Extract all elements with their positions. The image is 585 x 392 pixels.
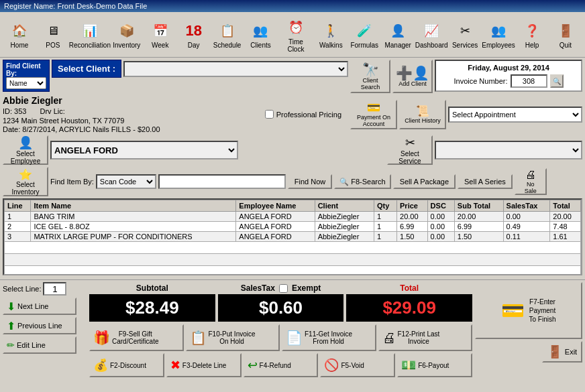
toolbar-inventory[interactable]: 📦 Inventory — [110, 14, 144, 56]
toolbar-manager[interactable]: 👤 Manager — [381, 14, 415, 56]
select-appointment-dropdown[interactable]: Select Appointment — [448, 107, 582, 123]
subtotal-label: Subtotal — [89, 282, 215, 294]
toolbar-walkins-label: Walkins — [319, 42, 343, 49]
toolbar-dashboard-label: Dashboard — [415, 42, 448, 49]
exempt-checkbox[interactable] — [279, 284, 288, 293]
f8-search-button[interactable]: 🔍 F8-Search — [334, 174, 390, 189]
scissors-icon: ✂ — [405, 135, 415, 150]
f11-button[interactable]: 📄 F11-Get InvoiceFrom Hold — [282, 324, 376, 351]
scan-code-input[interactable] — [158, 174, 286, 189]
client-search-button[interactable]: 🔭 ClientSearch — [350, 60, 390, 93]
table-row[interactable]: 2 ICE GEL - 8.8OZ ANGELA FORD AbbieZiegl… — [5, 222, 581, 232]
history-label: Client History — [405, 117, 441, 124]
select-service-label: SelectService — [398, 150, 421, 165]
toolbar-schedule[interactable]: 📋 Schedule — [211, 14, 244, 56]
toolbar-employees-label: Employees — [482, 42, 515, 49]
find-now-button[interactable]: Find Now — [288, 174, 332, 189]
salestax-label: SalesTax — [241, 283, 275, 293]
client-select-dropdown[interactable] — [123, 61, 348, 77]
toolbar-home-label: Home — [11, 42, 29, 49]
invoice-number-input[interactable] — [511, 74, 547, 88]
toolbar-quit[interactable]: 🚪 Quit — [549, 14, 582, 56]
employee-dropdown[interactable]: ANGELA FORD — [50, 141, 238, 159]
service-dropdown[interactable] — [435, 141, 582, 159]
f6-button[interactable]: 💵 F6-Payout — [397, 353, 472, 377]
nav-buttons: ⬇ Next Line ⬆ Previous Line ✏ Edit Line — [3, 298, 87, 354]
client-info-left: Abbie Ziegler ID: 353 Drv Lic: 1234 Main… — [3, 95, 263, 133]
sell-series-button[interactable]: Sell A Series — [458, 174, 513, 189]
pos-icon: 🖥 — [42, 20, 64, 42]
total-label: Total — [346, 282, 472, 294]
bottom-left: Select Line: ⬇ Next Line ⬆ Previous Line… — [3, 282, 87, 354]
exempt-label: Exempt — [292, 283, 321, 293]
f5-button[interactable]: 🚫 F5-Void — [320, 353, 395, 377]
table-body: 1 BANG TRIM ANGELA FORD AbbieZiegler 1 2… — [5, 212, 581, 276]
previous-line-button[interactable]: ⬆ Previous Line — [3, 317, 76, 334]
toolbar-clients[interactable]: 👥 Clients — [244, 14, 278, 56]
f3-button[interactable]: ✖ F3-Delete Line — [166, 353, 242, 377]
toolbar-reconciliation[interactable]: 📊 Reconciliation — [70, 14, 110, 56]
toolbar-dashboard[interactable]: 📈 Dashboard — [415, 14, 448, 56]
bottom-main: Select Line: ⬇ Next Line ⬆ Previous Line… — [3, 282, 582, 377]
formulas-icon: 🧪 — [354, 20, 375, 42]
col-qty: Qty — [374, 200, 396, 212]
delete-icon: ✖ — [170, 358, 180, 373]
inventory-star-icon: ⭐ — [19, 168, 32, 181]
gift-icon: 🎁 — [93, 330, 110, 346]
toolbar-walkins[interactable]: 🚶 Walkins — [314, 14, 348, 56]
table-row[interactable]: 1 BANG TRIM ANGELA FORD AbbieZiegler 1 2… — [5, 212, 581, 222]
inventory-icon: 📦 — [116, 20, 138, 42]
toolbar-day[interactable]: 18 Day — [177, 14, 211, 56]
next-arrow-icon: ⬇ — [7, 300, 15, 313]
toolbar-week[interactable]: 📅 Week — [144, 14, 177, 56]
find-client-dropdown[interactable]: Name — [6, 77, 46, 89]
find-item-dropdown[interactable]: Scan Code — [96, 174, 156, 189]
manager-icon: 👤 — [387, 20, 409, 42]
col-employee: Employee Name — [236, 200, 315, 212]
select-line-input[interactable] — [43, 282, 66, 296]
select-service-button[interactable]: ✂ SelectService — [387, 135, 433, 165]
reconciliation-icon: 📊 — [79, 20, 101, 42]
payment-on-account-button[interactable]: 💳 Payment OnAccount — [350, 100, 397, 129]
add-client-button[interactable]: ➕👤 Add Client — [392, 60, 433, 93]
no-sale-button[interactable]: 🖨 NoSale — [515, 168, 547, 195]
exit-button[interactable]: 🚪 Exit — [542, 341, 582, 363]
select-inventory-button[interactable]: ⭐ SelectInventory — [3, 167, 48, 196]
invoice-search-button[interactable]: 🔍 — [550, 74, 564, 88]
f12-button[interactable]: 🖨 F12-Print LastInvoice — [378, 324, 473, 351]
toolbar-services[interactable]: ✂ Services — [448, 14, 482, 56]
col-line: Line — [5, 200, 31, 212]
table-row-empty — [5, 254, 581, 266]
col-item-name: Item Name — [31, 200, 236, 212]
payment-history-area: 💳 Payment OnAccount 📜 Client History Sel… — [350, 95, 582, 133]
toolbar-time-clock[interactable]: ⏰ Time Clock — [277, 14, 314, 56]
f7-finish-button[interactable]: 💳 F7-EnterPaymentTo Finish — [475, 282, 582, 339]
client-action-buttons: 🔭 ClientSearch ➕👤 Add Client — [350, 60, 433, 93]
f9-button[interactable]: 🎁 F9-Sell GiftCard/Certificate — [89, 324, 184, 351]
title-bar: Register Name: Front Desk-Demo Data File — [0, 0, 585, 12]
prof-pricing-checkbox[interactable] — [265, 110, 274, 119]
no-sale-label: NoSale — [525, 181, 537, 194]
exit-icon: 🚪 — [547, 344, 562, 359]
salestax-value: $0.60 — [218, 294, 344, 322]
f4-button[interactable]: ↩ F4-Refund — [244, 353, 319, 377]
f2-button[interactable]: 💰 F2-Discount — [89, 353, 164, 377]
next-line-button[interactable]: ⬇ Next Line — [3, 298, 76, 315]
add-client-label: Add Client — [398, 81, 427, 88]
toolbar-help[interactable]: ❓ Help — [515, 14, 549, 56]
toolbar-formulas[interactable]: 🧪 Formulas — [348, 14, 381, 56]
toolbar-pos[interactable]: 🖥 POS — [36, 14, 70, 56]
sell-package-button[interactable]: Sell A Package — [393, 174, 456, 189]
client-date: Date: 8/27/2014, ACRYLIC Nails FILLS - $… — [3, 125, 263, 133]
toolbar-home[interactable]: 🏠 Home — [3, 14, 36, 56]
toolbar-manager-label: Manager — [384, 42, 411, 49]
select-employee-button[interactable]: 👤 SelectEmployee — [3, 135, 48, 165]
edit-line-button[interactable]: ✏ Edit Line — [3, 336, 76, 354]
table-row[interactable]: 3 MATRIX LARGE PUMP - FOR CONDITIONERS A… — [5, 232, 581, 242]
toolbar-employees[interactable]: 👥 Employees — [482, 14, 515, 56]
f10-button[interactable]: 📋 F10-Put InvoiceOn Hold — [186, 324, 280, 351]
total-box: Total $29.09 — [346, 282, 472, 322]
prof-pricing-label: Professional Pricing — [276, 111, 341, 119]
client-history-button[interactable]: 📜 Client History — [399, 100, 446, 129]
inventory-row: ⭐ SelectInventory Find Item By: Scan Cod… — [3, 167, 582, 196]
